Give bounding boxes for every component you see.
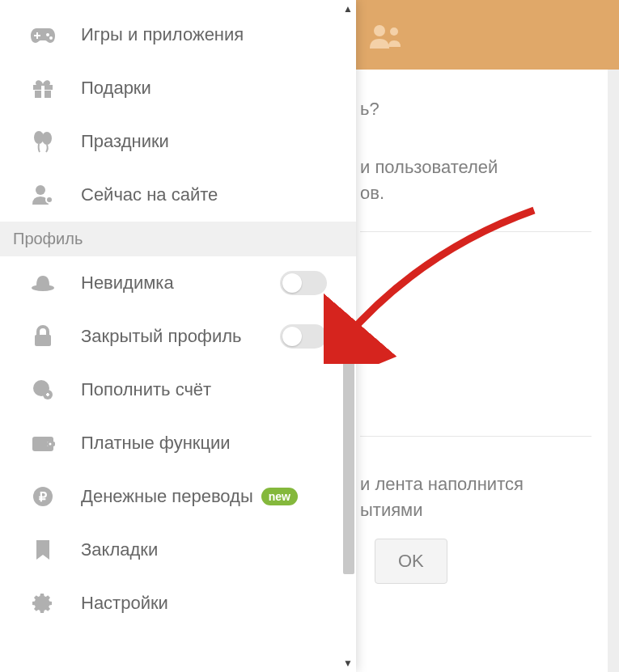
content-text-4: ытиями xyxy=(360,500,591,521)
wallet-icon xyxy=(28,433,58,453)
lock-icon xyxy=(28,325,58,348)
sidebar-item-invisible[interactable]: Невидимка xyxy=(0,256,356,310)
svg-point-7 xyxy=(36,185,45,195)
svg-rect-10 xyxy=(35,335,51,346)
scroll-up-icon[interactable]: ▲ xyxy=(343,3,353,15)
gear-icon xyxy=(28,592,58,615)
sidebar-item-label: Праздники xyxy=(81,131,169,152)
sidebar-section-profile: Профиль xyxy=(0,222,356,256)
svg-point-8 xyxy=(46,197,53,203)
svg-point-16 xyxy=(49,443,52,446)
content-text-1: и пользователей xyxy=(360,157,591,178)
scroll-thumb[interactable] xyxy=(343,340,354,574)
svg-point-6 xyxy=(42,132,52,145)
sidebar-item-label: Невидимка xyxy=(81,273,174,294)
svg-point-1 xyxy=(390,27,398,36)
svg-point-0 xyxy=(374,25,385,36)
sidebar-item-label: Закрытый профиль xyxy=(81,326,242,347)
content-question: ь? xyxy=(360,99,591,120)
ruble-icon: ₽ xyxy=(28,485,58,508)
divider xyxy=(360,231,591,232)
svg-point-9 xyxy=(32,285,54,291)
divider xyxy=(360,436,591,437)
new-badge: new xyxy=(261,488,298,505)
content-text-2: ов. xyxy=(360,183,591,204)
bookmark-icon xyxy=(28,539,58,561)
gift-icon xyxy=(28,77,58,99)
sidebar-item-label: Сейчас на сайте xyxy=(81,184,218,205)
sidebar: Игры и приложения Подарки Праздники Сейч… xyxy=(0,0,356,672)
sidebar-item-label: Игры и приложения xyxy=(81,24,244,45)
sidebar-item-settings[interactable]: Настройки xyxy=(0,577,356,630)
sidebar-item-label: Пополнить счёт xyxy=(81,379,211,400)
sidebar-item-gifts[interactable]: Подарки xyxy=(0,61,356,115)
truncated-section-header xyxy=(0,0,356,8)
private-profile-toggle[interactable] xyxy=(280,324,327,349)
sidebar-item-private-profile[interactable]: Закрытый профиль xyxy=(0,310,356,363)
sidebar-item-label: Денежные переводы xyxy=(81,486,253,507)
sidebar-scrollbar[interactable]: ▲ ▼ xyxy=(341,0,356,672)
sidebar-item-label: Закладки xyxy=(81,539,158,560)
sidebar-item-label: Подарки xyxy=(81,78,151,99)
sidebar-item-money-transfer[interactable]: ₽ Денежные переводы new xyxy=(0,470,356,523)
sidebar-item-online-now[interactable]: Сейчас на сайте xyxy=(0,168,356,222)
gamepad-icon xyxy=(28,25,58,44)
scroll-down-icon[interactable]: ▼ xyxy=(343,657,353,669)
content-text-3: и лента наполнится xyxy=(360,474,591,495)
sidebar-item-topup[interactable]: Пополнить счёт xyxy=(0,363,356,416)
people-icon xyxy=(368,23,404,50)
invisible-toggle[interactable] xyxy=(280,271,327,295)
svg-text:₽: ₽ xyxy=(39,490,47,504)
hat-icon xyxy=(28,274,58,292)
ok-button[interactable]: OK xyxy=(375,539,447,584)
sidebar-item-label: Настройки xyxy=(81,593,168,614)
sidebar-item-holidays[interactable]: Праздники xyxy=(0,115,356,168)
sidebar-item-bookmarks[interactable]: Закладки xyxy=(0,523,356,577)
sidebar-item-paid-features[interactable]: Платные функции xyxy=(0,416,356,470)
coin-plus-icon xyxy=(28,378,58,401)
balloons-icon xyxy=(28,129,58,154)
sidebar-item-games[interactable]: Игры и приложения xyxy=(0,8,356,61)
user-online-icon xyxy=(28,184,58,206)
sidebar-item-label: Платные функции xyxy=(81,433,231,454)
